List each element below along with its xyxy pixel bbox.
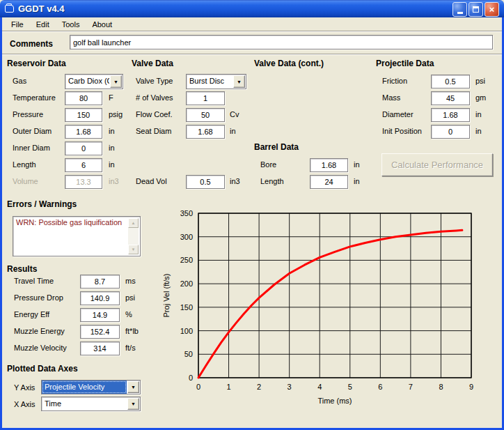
comments-label: Comments: [10, 39, 53, 49]
svg-text:3: 3: [288, 383, 292, 391]
valve-type-select[interactable]: Burst Disc ▼: [186, 74, 246, 89]
mass-input[interactable]: [431, 91, 470, 105]
valve-type-select-value: Burst Disc: [187, 75, 233, 89]
svg-text:300: 300: [180, 233, 193, 241]
temperature-label: Temperature: [13, 93, 56, 102]
seat-diam-label: Seat Diam: [136, 127, 171, 135]
friction-input[interactable]: [431, 75, 470, 89]
calculate-performance-button[interactable]: Calculate Performance: [381, 153, 493, 176]
volume-unit: in3: [109, 177, 119, 185]
flow-coef-label: Flow Coef.: [136, 110, 173, 118]
maximize-button[interactable]: [468, 2, 483, 17]
menu-edit[interactable]: Edit: [30, 19, 56, 30]
svg-text:9: 9: [469, 383, 473, 391]
svg-text:50: 50: [184, 350, 193, 358]
x-axis-label: X Axis: [14, 400, 36, 408]
num-valves-input[interactable]: [186, 91, 225, 105]
scroll-down-icon[interactable]: ▼: [128, 245, 139, 254]
chevron-down-icon[interactable]: ▼: [127, 381, 139, 393]
friction-unit: psi: [475, 77, 485, 85]
y-axis-select-value: Projectile Velocity: [42, 381, 127, 394]
plotted-axes-title: Plotted Data Axes: [7, 364, 78, 374]
diameter-unit: in: [475, 110, 482, 118]
menu-about[interactable]: About: [86, 19, 118, 30]
muzzle-velocity-unit: ft/s: [125, 344, 136, 352]
energy-eff-unit: %: [125, 310, 132, 318]
seat-diam-input[interactable]: [186, 125, 225, 139]
svg-text:4: 4: [317, 383, 322, 391]
y-axis-label: Y Axis: [14, 383, 35, 392]
svg-text:0: 0: [196, 383, 200, 391]
muzzle-energy-output: [80, 325, 120, 339]
gas-select[interactable]: Carb Diox (CO2) ▼: [65, 74, 123, 89]
errors-listbox[interactable]: WRN: Possible gas liquification ▲ ▼: [13, 216, 141, 256]
window-title: GGDT v4.4: [18, 3, 64, 14]
x-axis-select-value: Time: [42, 397, 127, 410]
errors-scrollbar[interactable]: ▲ ▼: [128, 218, 139, 254]
flow-coef-input[interactable]: [186, 108, 225, 122]
svg-text:Proj Vel (ft/s): Proj Vel (ft/s): [162, 274, 171, 318]
inner-diam-input[interactable]: [65, 141, 102, 155]
bore-input[interactable]: [310, 158, 348, 172]
gas-select-value: Carb Diox (CO2): [65, 75, 109, 89]
errors-title: Errors / Warnings: [7, 199, 77, 209]
y-axis-select[interactable]: Projectile Velocity ▼: [41, 380, 141, 394]
menu-tools[interactable]: Tools: [56, 19, 86, 30]
minimize-button[interactable]: [452, 2, 467, 17]
dead-vol-input[interactable]: [186, 175, 225, 189]
init-position-input[interactable]: [431, 125, 470, 139]
warning-message: WRN: Possible gas liquification: [16, 218, 126, 226]
comments-input[interactable]: [70, 35, 493, 49]
outer-diam-unit: in: [109, 127, 115, 135]
close-button[interactable]: ×: [485, 2, 499, 17]
length-label: Length: [13, 160, 36, 169]
gas-label: Gas: [13, 77, 26, 85]
svg-text:150: 150: [180, 303, 193, 312]
svg-text:7: 7: [409, 383, 413, 391]
pressure-label: Pressure: [13, 110, 43, 118]
dead-vol-unit: in3: [230, 177, 240, 185]
pressure-input[interactable]: [65, 108, 102, 122]
num-valves-label: # of Valves: [136, 93, 173, 102]
temperature-input[interactable]: [65, 91, 102, 105]
chevron-down-icon[interactable]: ▼: [233, 75, 245, 88]
chevron-down-icon[interactable]: ▼: [127, 398, 139, 410]
muzzle-energy-label: Muzzle Energy: [14, 327, 65, 335]
x-axis-select[interactable]: Time ▼: [41, 397, 141, 411]
volume-output: [65, 175, 102, 189]
title-bar[interactable]: GGDT v4.4 ×: [0, 0, 504, 17]
init-position-unit: in: [475, 127, 482, 135]
dead-vol-label: Dead Vol: [136, 177, 167, 185]
menu-file[interactable]: File: [5, 19, 30, 30]
inner-diam-label: Inner Diam: [13, 144, 50, 152]
diameter-input[interactable]: [431, 108, 470, 122]
chevron-down-icon[interactable]: ▼: [110, 75, 122, 88]
seat-diam-unit: in: [230, 127, 236, 135]
mass-label: Mass: [382, 93, 400, 102]
travel-time-output: [80, 275, 120, 289]
init-position-label: Init Position: [382, 127, 422, 135]
flow-coef-unit: Cv: [230, 110, 239, 118]
outer-diam-input[interactable]: [65, 125, 102, 139]
pressure-unit: psig: [109, 110, 123, 118]
reservoir-title: Reservoir Data: [7, 59, 66, 68]
travel-time-label: Travel Time: [14, 277, 54, 285]
app-window: GGDT v4.4 × File Edit Tools About Commen…: [0, 0, 504, 430]
barrel-length-input[interactable]: [310, 175, 348, 189]
maximize-icon: [473, 6, 479, 13]
svg-text:5: 5: [348, 383, 352, 391]
window-border-left: [0, 17, 2, 430]
valve-type-label: Valve Type: [136, 77, 173, 85]
energy-eff-label: Energy Eff: [14, 310, 49, 318]
menu-separator: [2, 31, 502, 32]
length-input[interactable]: [65, 158, 102, 172]
energy-eff-output: [80, 308, 120, 322]
svg-text:Time (ms): Time (ms): [317, 397, 352, 405]
barrel-title: Barrel Data: [254, 142, 299, 152]
valve-title: Valve Data: [132, 59, 173, 68]
travel-time-unit: ms: [125, 277, 136, 285]
pressure-drop-output: [80, 291, 120, 305]
scroll-up-icon[interactable]: ▲: [128, 218, 139, 228]
barrel-length-label: Length: [260, 177, 284, 185]
minimize-icon: [457, 12, 463, 14]
